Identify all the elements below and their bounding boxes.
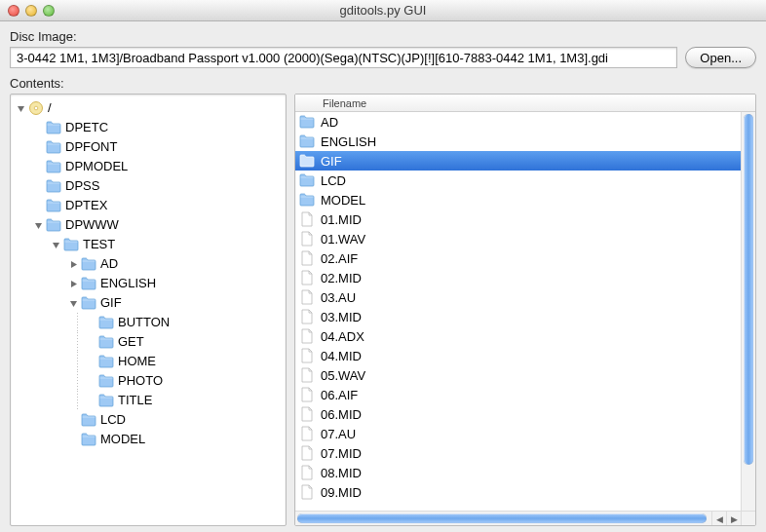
folder-icon bbox=[81, 256, 96, 272]
tree-item[interactable]: LCD bbox=[11, 410, 286, 430]
list-row[interactable]: AD bbox=[295, 112, 741, 132]
tree-item[interactable]: PHOTO bbox=[11, 371, 286, 391]
disclosure-triangle-icon bbox=[85, 395, 96, 406]
tree-item[interactable]: DPFONT bbox=[11, 137, 286, 157]
list-row[interactable]: GIF bbox=[295, 151, 741, 171]
tree-guide bbox=[77, 391, 78, 410]
list-row[interactable]: MODEL bbox=[295, 190, 741, 209]
folder-icon bbox=[46, 139, 61, 155]
tree-item[interactable]: GIF bbox=[11, 293, 286, 313]
file-icon bbox=[299, 289, 315, 305]
tree-item[interactable]: GET bbox=[11, 332, 286, 352]
list-row-filename: 02.MID bbox=[321, 271, 362, 285]
scroll-left-icon[interactable]: ◀ bbox=[711, 512, 726, 526]
folder-icon bbox=[299, 114, 315, 130]
tree-item[interactable]: DPSS bbox=[11, 176, 286, 196]
list-row[interactable]: LCD bbox=[295, 171, 741, 190]
file-icon bbox=[299, 426, 315, 441]
tree-item[interactable]: / bbox=[11, 98, 286, 118]
list-row-filename: 07.MID bbox=[321, 446, 362, 461]
tree-item[interactable]: AD bbox=[11, 254, 286, 274]
tree-item[interactable]: TEST bbox=[11, 235, 286, 254]
contents-label: Contents: bbox=[10, 76, 756, 91]
list-row[interactable]: 06.AIF bbox=[295, 385, 741, 404]
vertical-scrollbar[interactable] bbox=[741, 112, 755, 511]
list-row[interactable]: 03.MID bbox=[295, 307, 741, 326]
file-icon bbox=[299, 484, 315, 500]
disclosure-triangle-icon[interactable] bbox=[67, 297, 79, 309]
list-header[interactable]: Filename bbox=[295, 95, 755, 112]
disclosure-triangle-icon bbox=[85, 317, 96, 328]
tree-item[interactable]: DPWWW bbox=[11, 215, 286, 235]
list-row-filename: 01.MID bbox=[321, 212, 362, 227]
list-row[interactable]: 02.AIF bbox=[295, 248, 741, 268]
tree-guide bbox=[77, 332, 78, 352]
folder-icon bbox=[98, 354, 114, 369]
folder-icon bbox=[98, 393, 114, 408]
disclosure-triangle-icon[interactable] bbox=[67, 278, 79, 289]
list-row-filename: 03.MID bbox=[321, 310, 362, 324]
disclosure-triangle-icon bbox=[85, 336, 96, 348]
titlebar[interactable]: gditools.py GUI bbox=[0, 0, 766, 21]
tree-item[interactable]: DPETC bbox=[11, 118, 286, 137]
tree-item[interactable]: MODEL bbox=[11, 430, 286, 449]
scroll-corner bbox=[741, 511, 755, 525]
horizontal-scrollbar[interactable]: ◀ ▶ bbox=[295, 511, 741, 525]
list-row[interactable]: 02.MID bbox=[295, 268, 741, 287]
list-row[interactable]: 03.AU bbox=[295, 287, 741, 307]
folder-icon bbox=[46, 159, 61, 174]
list-row[interactable]: 06.MID bbox=[295, 404, 741, 424]
list-row[interactable]: 04.ADX bbox=[295, 326, 741, 346]
disclosure-triangle-icon[interactable] bbox=[67, 258, 79, 270]
folder-icon bbox=[81, 432, 96, 447]
disclosure-triangle-icon bbox=[32, 200, 44, 211]
zoom-icon[interactable] bbox=[43, 5, 55, 17]
tree-item[interactable]: ENGLISH bbox=[11, 274, 286, 293]
list-pane[interactable]: Filename ADENGLISHGIFLCDMODEL01.MID01.WA… bbox=[294, 94, 756, 526]
vertical-scroll-thumb[interactable] bbox=[744, 114, 753, 465]
tree-item-label: DPTEX bbox=[65, 196, 107, 215]
tree-item-label: BUTTON bbox=[118, 313, 170, 332]
file-icon bbox=[299, 250, 315, 266]
file-icon bbox=[299, 406, 315, 422]
disc-icon bbox=[28, 100, 44, 116]
tree-item[interactable]: DPMODEL bbox=[11, 157, 286, 176]
disclosure-triangle-icon bbox=[32, 180, 44, 192]
scroll-right-icon[interactable]: ▶ bbox=[726, 512, 741, 526]
tree-pane[interactable]: /DPETCDPFONTDPMODELDPSSDPTEXDPWWWTESTADE… bbox=[10, 94, 287, 526]
list-row-filename: 08.MID bbox=[321, 466, 362, 480]
list-row[interactable]: 07.MID bbox=[295, 443, 741, 463]
tree-item[interactable]: HOME bbox=[11, 352, 286, 371]
folder-icon bbox=[46, 120, 61, 135]
folder-icon bbox=[299, 153, 315, 169]
folder-icon bbox=[299, 172, 315, 188]
tree-item[interactable]: DPTEX bbox=[11, 196, 286, 215]
list-row[interactable]: 07.AU bbox=[295, 424, 741, 443]
tree-item-label: GET bbox=[118, 332, 144, 352]
tree-item-label: LCD bbox=[100, 410, 126, 430]
list-row[interactable]: ENGLISH bbox=[295, 132, 741, 151]
list-row[interactable]: 04.MID bbox=[295, 346, 741, 365]
list-row[interactable]: 01.WAV bbox=[295, 229, 741, 248]
tree-item[interactable]: TITLE bbox=[11, 391, 286, 410]
disclosure-triangle-icon[interactable] bbox=[32, 219, 44, 231]
horizontal-scroll-thumb[interactable] bbox=[297, 513, 707, 523]
disclosure-triangle-icon bbox=[67, 414, 79, 426]
tree-item-label: DPWWW bbox=[65, 215, 119, 235]
folder-icon bbox=[81, 295, 96, 311]
open-button[interactable]: Open... bbox=[685, 47, 756, 68]
tree-item-label: / bbox=[48, 98, 52, 118]
disclosure-triangle-icon[interactable] bbox=[15, 102, 26, 114]
close-icon[interactable] bbox=[8, 5, 19, 17]
list-row[interactable]: 05.WAV bbox=[295, 365, 741, 385]
list-row[interactable]: 08.MID bbox=[295, 463, 741, 482]
disc-image-path-input[interactable] bbox=[10, 47, 677, 68]
list-row[interactable]: 09.MID bbox=[295, 482, 741, 502]
disclosure-triangle-icon bbox=[32, 161, 44, 172]
minimize-icon[interactable] bbox=[25, 5, 37, 17]
list-row[interactable]: 01.MID bbox=[295, 209, 741, 229]
tree-item-label: GIF bbox=[100, 293, 122, 313]
disclosure-triangle-icon[interactable] bbox=[50, 239, 61, 250]
column-filename[interactable]: Filename bbox=[321, 97, 755, 109]
tree-item[interactable]: BUTTON bbox=[11, 313, 286, 332]
